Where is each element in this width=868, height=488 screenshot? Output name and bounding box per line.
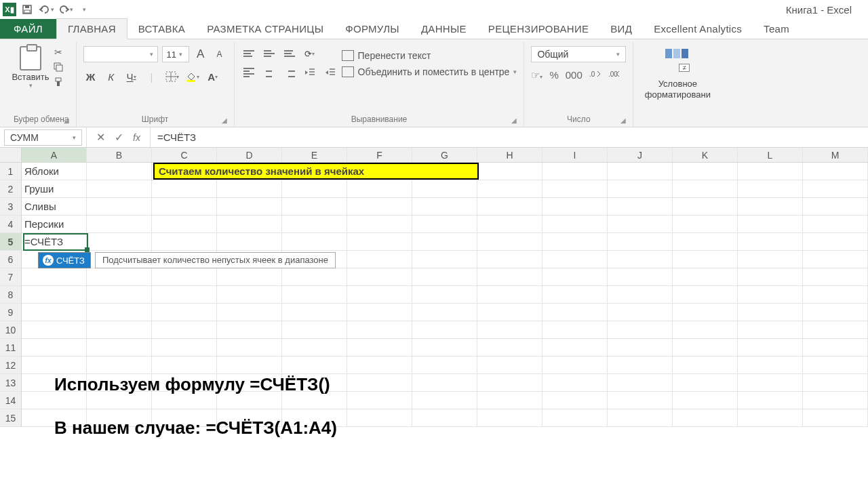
- cell[interactable]: [282, 216, 347, 233]
- cell[interactable]: [152, 304, 217, 321]
- row-header[interactable]: 2: [0, 180, 22, 198]
- cell[interactable]: [738, 268, 803, 286]
- cell[interactable]: [803, 374, 868, 392]
- cell[interactable]: [608, 198, 673, 216]
- cell[interactable]: [412, 339, 477, 357]
- cell[interactable]: [347, 392, 412, 409]
- cell[interactable]: [477, 163, 542, 180]
- redo-icon[interactable]: ▾: [57, 1, 73, 18]
- col-header[interactable]: H: [477, 148, 542, 162]
- cell[interactable]: [87, 268, 152, 286]
- cell[interactable]: [542, 304, 608, 321]
- cell[interactable]: [803, 163, 868, 180]
- row-header[interactable]: 4: [0, 216, 22, 233]
- cell[interactable]: [738, 304, 803, 321]
- cell[interactable]: [608, 321, 673, 339]
- row-header[interactable]: 15: [0, 409, 22, 427]
- cell[interactable]: [673, 321, 738, 339]
- cell[interactable]: [608, 374, 673, 392]
- insert-function-icon[interactable]: fx: [133, 132, 140, 143]
- launcher-icon[interactable]: ◢: [222, 117, 227, 124]
- cell[interactable]: [412, 251, 477, 268]
- row-header[interactable]: 8: [0, 286, 22, 304]
- row-header[interactable]: 3: [0, 198, 22, 216]
- decrease-font-icon[interactable]: A: [212, 47, 227, 62]
- launcher-icon[interactable]: ◢: [620, 117, 626, 124]
- cell[interactable]: [542, 233, 608, 251]
- cell[interactable]: [542, 216, 608, 233]
- cell[interactable]: [803, 198, 868, 216]
- format-painter-icon[interactable]: [52, 76, 65, 88]
- col-header[interactable]: L: [738, 148, 803, 162]
- cell[interactable]: [217, 304, 282, 321]
- cell[interactable]: =СЧЁТЗ: [22, 233, 87, 251]
- cell[interactable]: [673, 357, 738, 374]
- cell[interactable]: [412, 180, 477, 198]
- cell[interactable]: [152, 286, 217, 304]
- cell[interactable]: [803, 268, 868, 286]
- cell[interactable]: [347, 251, 412, 268]
- cell[interactable]: [152, 321, 217, 339]
- underline-button[interactable]: Ч▾: [124, 69, 139, 84]
- cell[interactable]: [542, 268, 608, 286]
- cell[interactable]: [22, 321, 87, 339]
- cell[interactable]: [217, 233, 282, 251]
- italic-button[interactable]: К: [104, 69, 119, 84]
- cell[interactable]: [217, 216, 282, 233]
- enter-formula-icon[interactable]: ✓: [115, 131, 123, 144]
- tab-team[interactable]: Team: [753, 19, 800, 39]
- align-right-icon[interactable]: [282, 65, 297, 80]
- cell[interactable]: [347, 339, 412, 357]
- banner-cell[interactable]: Считаем количество значений в ячейках: [153, 163, 479, 180]
- cell[interactable]: [282, 268, 347, 286]
- cell[interactable]: [542, 251, 608, 268]
- cell[interactable]: [412, 409, 477, 427]
- cell[interactable]: [217, 339, 282, 357]
- cell[interactable]: [87, 357, 152, 374]
- cell[interactable]: [803, 304, 868, 321]
- row-header[interactable]: 11: [0, 339, 22, 357]
- increase-indent-icon[interactable]: [323, 65, 338, 80]
- cell[interactable]: [152, 180, 217, 198]
- cell[interactable]: [542, 374, 608, 392]
- cell[interactable]: Сливы: [22, 198, 87, 216]
- cell[interactable]: [347, 304, 412, 321]
- cell[interactable]: [803, 339, 868, 357]
- cell[interactable]: [477, 216, 542, 233]
- cell[interactable]: [673, 251, 738, 268]
- cut-icon[interactable]: ✂: [52, 46, 65, 58]
- cell[interactable]: [87, 216, 152, 233]
- col-header[interactable]: G: [412, 148, 477, 162]
- cell[interactable]: [803, 286, 868, 304]
- row-header[interactable]: 6: [0, 251, 22, 268]
- cell[interactable]: [477, 251, 542, 268]
- tab-page-layout[interactable]: РАЗМЕТКА СТРАНИЦЫ: [196, 19, 334, 39]
- cell[interactable]: [477, 180, 542, 198]
- cell[interactable]: [412, 304, 477, 321]
- qat-customize-icon[interactable]: ▾: [76, 1, 92, 18]
- cell[interactable]: [608, 163, 673, 180]
- col-header[interactable]: A: [22, 148, 87, 162]
- row-header[interactable]: 12: [0, 357, 22, 374]
- cell[interactable]: Персики: [22, 216, 87, 233]
- align-bottom-icon[interactable]: [282, 46, 297, 61]
- cell[interactable]: [673, 198, 738, 216]
- cell[interactable]: [803, 409, 868, 427]
- cell[interactable]: [542, 198, 608, 216]
- cell[interactable]: [477, 339, 542, 357]
- cell[interactable]: [803, 233, 868, 251]
- cell[interactable]: [412, 321, 477, 339]
- borders-icon[interactable]: ▾: [165, 69, 180, 84]
- row-header[interactable]: 9: [0, 304, 22, 321]
- cell[interactable]: [738, 233, 803, 251]
- cell[interactable]: [803, 251, 868, 268]
- cell[interactable]: [542, 286, 608, 304]
- cell[interactable]: [22, 268, 87, 286]
- cell[interactable]: [87, 339, 152, 357]
- cell[interactable]: [608, 251, 673, 268]
- save-icon[interactable]: [19, 1, 35, 18]
- increase-font-icon[interactable]: A: [193, 47, 208, 62]
- undo-icon[interactable]: ▾: [38, 1, 54, 18]
- cell[interactable]: [542, 180, 608, 198]
- cell[interactable]: [803, 180, 868, 198]
